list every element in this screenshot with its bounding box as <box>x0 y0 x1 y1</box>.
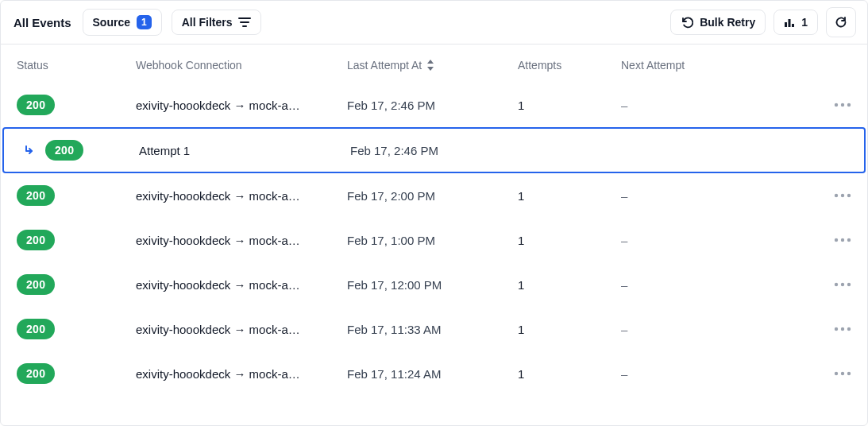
col-last-attempt-label: Last Attempt At <box>347 59 422 72</box>
filter-source-button[interactable]: Source 1 <box>83 9 162 36</box>
last-attempt-cell: Feb 17, 11:24 AM <box>347 367 518 381</box>
attempts-cell: 1 <box>518 323 621 336</box>
table-row[interactable]: 200 exivity-hoookdeck → mock-a… Feb 17, … <box>1 218 867 262</box>
status-badge: 200 <box>17 274 55 295</box>
svg-point-16 <box>841 283 844 286</box>
svg-point-8 <box>847 103 851 106</box>
row-more-button[interactable] <box>780 327 851 331</box>
filter-source-label: Source <box>93 16 130 29</box>
attempts-cell: 1 <box>518 367 621 381</box>
svg-point-17 <box>847 283 851 286</box>
metrics-count: 1 <box>801 16 808 29</box>
filter-source-count: 1 <box>137 15 152 29</box>
svg-rect-4 <box>789 19 791 27</box>
col-attempts: Attempts <box>518 59 621 72</box>
table-body: 200 exivity-hoookdeck → mock-a… Feb 17, … <box>1 83 867 396</box>
connection-cell: exivity-hoookdeck → mock-a… <box>136 278 347 292</box>
status-badge: 200 <box>45 140 83 161</box>
next-attempt-cell: – <box>621 323 780 336</box>
bar-chart-icon <box>784 17 795 28</box>
table-header: Status Webhook Connection Last Attempt A… <box>1 45 867 83</box>
svg-point-10 <box>841 194 844 197</box>
table-row-attempt[interactable]: 200 Attempt 1 Feb 17, 2:46 PM <box>2 127 866 173</box>
attempts-cell: 1 <box>518 278 621 292</box>
bulk-retry-button[interactable]: Bulk Retry <box>670 10 766 35</box>
svg-point-18 <box>835 327 838 331</box>
next-attempt-cell: – <box>621 99 780 112</box>
status-badge: 200 <box>17 185 55 206</box>
svg-point-14 <box>847 238 851 242</box>
last-attempt-cell: Feb 17, 1:00 PM <box>347 234 518 247</box>
table-row[interactable]: 200 exivity-hoookdeck → mock-a… Feb 17, … <box>1 173 867 218</box>
table-row[interactable]: 200 exivity-hoookdeck → mock-a… Feb 17, … <box>1 262 867 307</box>
svg-point-19 <box>841 327 844 331</box>
retry-icon <box>681 16 693 29</box>
sub-arrow-icon <box>23 144 36 157</box>
next-attempt-cell: – <box>621 234 780 247</box>
refresh-icon <box>835 16 847 29</box>
col-connection: Webhook Connection <box>136 59 347 72</box>
svg-point-21 <box>835 372 838 375</box>
status-badge: 200 <box>17 319 55 339</box>
col-last-attempt[interactable]: Last Attempt At <box>347 59 518 72</box>
attempt-label: Attempt 1 <box>139 144 350 157</box>
connection-cell: exivity-hoookdeck → mock-a… <box>136 99 347 112</box>
last-attempt-cell: Feb 17, 12:00 PM <box>347 278 518 292</box>
table-row[interactable]: 200 exivity-hoookdeck → mock-a… Feb 17, … <box>1 83 867 127</box>
attempts-cell: 1 <box>518 234 621 247</box>
attempt-time: Feb 17, 2:46 PM <box>350 144 521 157</box>
connection-cell: exivity-hoookdeck → mock-a… <box>136 367 347 381</box>
svg-point-6 <box>835 103 838 106</box>
attempts-cell: 1 <box>518 99 621 112</box>
status-badge: 200 <box>17 230 55 250</box>
row-more-button[interactable] <box>780 371 851 376</box>
svg-point-15 <box>835 283 838 286</box>
row-more-button[interactable] <box>780 193 851 198</box>
svg-point-13 <box>841 238 844 242</box>
filter-icon <box>238 17 251 28</box>
sort-icon <box>426 60 434 71</box>
svg-point-9 <box>835 194 838 197</box>
connection-cell: exivity-hoookdeck → mock-a… <box>136 234 347 247</box>
next-attempt-cell: – <box>621 278 780 292</box>
bulk-retry-label: Bulk Retry <box>700 16 755 29</box>
svg-point-20 <box>847 327 851 331</box>
next-attempt-cell: – <box>621 367 780 381</box>
svg-point-23 <box>847 372 851 375</box>
tab-all-events[interactable]: All Events <box>12 13 73 33</box>
svg-point-12 <box>835 238 838 242</box>
attempts-cell: 1 <box>518 189 621 203</box>
table-row[interactable]: 200 exivity-hoookdeck → mock-a… Feb 17, … <box>1 307 867 351</box>
table-row[interactable]: 200 exivity-hoookdeck → mock-a… Feb 17, … <box>1 351 867 396</box>
svg-point-22 <box>841 372 844 375</box>
col-status: Status <box>17 59 136 72</box>
svg-point-7 <box>841 103 844 106</box>
row-more-button[interactable] <box>780 282 851 287</box>
last-attempt-cell: Feb 17, 11:33 AM <box>347 323 518 336</box>
svg-point-11 <box>847 194 851 197</box>
last-attempt-cell: Feb 17, 2:46 PM <box>347 99 518 112</box>
status-badge: 200 <box>17 95 55 115</box>
last-attempt-cell: Feb 17, 2:00 PM <box>347 189 518 203</box>
connection-cell: exivity-hoookdeck → mock-a… <box>136 189 347 203</box>
col-next-attempt: Next Attempt <box>621 59 780 72</box>
svg-rect-3 <box>785 22 787 27</box>
svg-rect-5 <box>792 24 794 27</box>
next-attempt-cell: – <box>621 189 780 203</box>
metrics-button[interactable]: 1 <box>773 10 818 35</box>
all-filters-label: All Filters <box>182 16 233 29</box>
connection-cell: exivity-hoookdeck → mock-a… <box>136 323 347 336</box>
refresh-button[interactable] <box>826 7 856 37</box>
row-more-button[interactable] <box>780 103 851 107</box>
status-badge: 200 <box>17 363 55 384</box>
toolbar: All Events Source 1 All Filters Bulk Ret… <box>1 1 867 45</box>
row-more-button[interactable] <box>780 238 851 242</box>
all-filters-button[interactable]: All Filters <box>172 10 262 35</box>
